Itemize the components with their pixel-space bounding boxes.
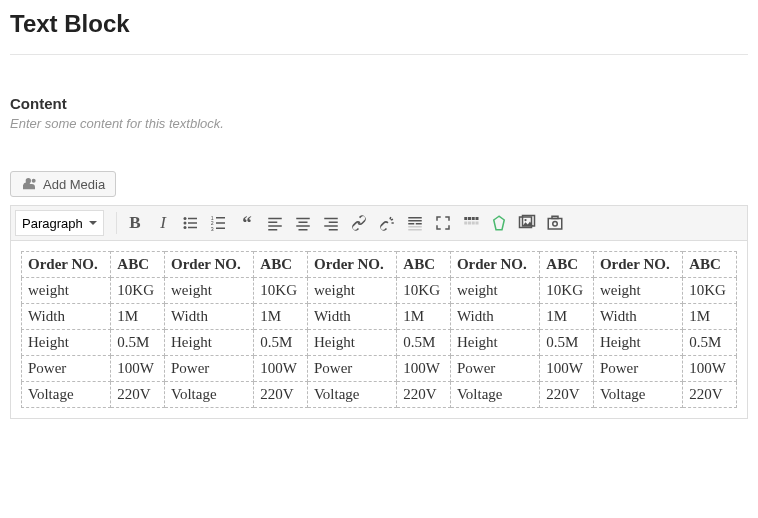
table-cell-value: 0.5M [683,330,737,356]
svg-rect-24 [408,217,422,219]
table-cell-value: 220V [540,382,594,408]
svg-rect-34 [464,222,467,225]
table-cell-value: 220V [111,382,165,408]
svg-rect-19 [299,229,308,231]
table-cell-label: Power [593,356,682,382]
table-cell-value: 0.5M [111,330,165,356]
insert-image-button[interactable] [513,209,541,237]
table-header-value: ABC [540,252,594,278]
table-cell-label: Voltage [22,382,111,408]
svg-rect-22 [324,225,338,227]
content-table: Order NO.ABCOrder NO.ABCOrder NO.ABCOrde… [21,251,737,408]
svg-rect-25 [408,220,422,222]
svg-rect-17 [299,222,308,224]
table-header-label: Order NO. [450,252,539,278]
svg-rect-16 [296,218,310,220]
table-header-label: Order NO. [593,252,682,278]
svg-rect-18 [296,225,310,227]
table-cell-value: 0.5M [254,330,308,356]
unlink-button[interactable] [373,209,401,237]
table-cell-label: Voltage [164,382,253,408]
svg-rect-33 [476,217,479,220]
table-cell-value: 10KG [254,278,308,304]
insert-more-button[interactable] [401,209,429,237]
editor-content[interactable]: Order NO.ABCOrder NO.ABCOrder NO.ABCOrde… [10,241,748,419]
svg-point-2 [184,222,187,225]
svg-rect-31 [468,217,471,220]
align-center-button[interactable] [289,209,317,237]
numbered-list-button[interactable]: 123 [205,209,233,237]
table-cell-label: Width [450,304,539,330]
svg-rect-3 [188,222,197,224]
table-row: Height0.5MHeight0.5MHeight0.5MHeight0.5M… [22,330,737,356]
table-cell-value: 220V [683,382,737,408]
table-cell-value: 1M [254,304,308,330]
table-cell-value: 0.5M [397,330,451,356]
table-header-label: Order NO. [164,252,253,278]
svg-rect-11 [216,228,225,230]
svg-rect-27 [416,223,422,225]
table-row: Width1MWidth1MWidth1MWidth1MWidth1M [22,304,737,330]
page-title: Text Block [10,10,748,38]
table-cell-label: Width [593,304,682,330]
svg-text:3: 3 [211,226,214,232]
svg-rect-12 [268,218,282,220]
svg-rect-23 [329,229,338,231]
table-cell-label: Power [164,356,253,382]
svg-rect-36 [472,222,475,225]
table-header-label: Order NO. [22,252,111,278]
svg-rect-21 [329,222,338,224]
divider [10,54,748,55]
table-header-label: Order NO. [307,252,396,278]
bullet-list-button[interactable] [177,209,205,237]
table-cell-value: 220V [254,382,308,408]
svg-rect-7 [216,217,225,219]
svg-rect-29 [408,229,422,231]
fullscreen-button[interactable] [429,209,457,237]
table-cell-value: 100W [397,356,451,382]
svg-rect-37 [476,222,479,225]
svg-marker-38 [494,216,505,230]
table-cell-value: 100W [111,356,165,382]
svg-rect-28 [408,226,422,228]
table-cell-value: 100W [540,356,594,382]
svg-rect-30 [464,217,467,220]
table-cell-label: Power [307,356,396,382]
table-cell-label: Width [22,304,111,330]
toolbar-toggle-button[interactable] [457,209,485,237]
table-cell-label: weight [593,278,682,304]
table-header-value: ABC [683,252,737,278]
svg-point-44 [553,222,558,227]
svg-rect-13 [268,222,277,224]
table-cell-value: 10KG [111,278,165,304]
table-cell-value: 1M [397,304,451,330]
align-right-button[interactable] [317,209,345,237]
table-cell-label: Height [593,330,682,356]
svg-rect-32 [472,217,475,220]
italic-button[interactable]: I [149,209,177,237]
table-cell-value: 1M [683,304,737,330]
insert-photo-button[interactable] [541,209,569,237]
align-left-button[interactable] [261,209,289,237]
format-select[interactable]: Paragraph [15,210,104,236]
table-cell-label: Height [164,330,253,356]
add-media-button[interactable]: Add Media [10,171,116,197]
svg-point-0 [184,217,187,220]
table-cell-value: 100W [254,356,308,382]
table-cell-value: 1M [111,304,165,330]
table-cell-label: Width [164,304,253,330]
table-header-value: ABC [111,252,165,278]
blockquote-button[interactable]: “ [233,209,261,237]
svg-rect-1 [188,218,197,220]
special-button[interactable] [485,209,513,237]
add-media-label: Add Media [43,177,105,192]
table-cell-label: Voltage [450,382,539,408]
table-cell-label: Voltage [593,382,682,408]
svg-rect-26 [408,223,414,225]
table-header-value: ABC [397,252,451,278]
table-cell-label: Height [22,330,111,356]
link-button[interactable] [345,209,373,237]
table-cell-value: 220V [397,382,451,408]
table-cell-label: weight [307,278,396,304]
bold-button[interactable]: B [121,209,149,237]
